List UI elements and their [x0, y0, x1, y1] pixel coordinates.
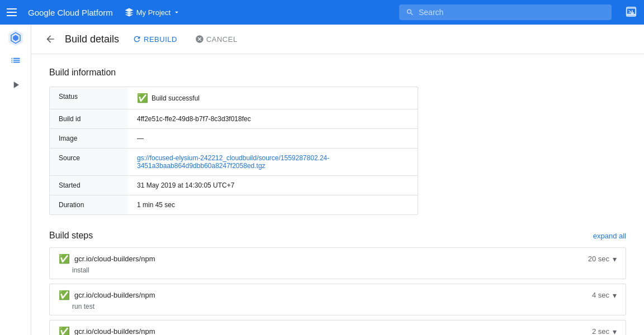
- step-3-chevron-icon: ▾: [613, 327, 617, 336]
- step-1-chevron-icon: ▾: [613, 255, 617, 264]
- terminal-icon[interactable]: [625, 6, 637, 20]
- chevron-down-icon: [173, 8, 181, 16]
- search-bar[interactable]: [399, 4, 612, 20]
- app-title: Google Cloud Platform: [28, 8, 113, 17]
- content-area: Build information Status ✅ Build success…: [31, 54, 644, 335]
- info-row-build-id: Build id 4ff2e51c-ffe2-49d8-b7f7-8c3d3f0…: [50, 109, 418, 129]
- build-step-2: ✅ gcr.io/cloud-builders/npm 4 sec ▾ run …: [49, 284, 626, 315]
- value-duration: 1 min 45 sec: [128, 195, 418, 214]
- step-1-time: 20 sec: [588, 255, 609, 263]
- rebuild-label: REBUILD: [144, 35, 177, 44]
- cancel-label: CANCEL: [206, 35, 238, 44]
- step-3-name: gcr.io/cloud-builders/npm: [74, 327, 155, 335]
- info-row-image: Image —: [50, 129, 418, 149]
- value-source[interactable]: gs://focused-elysium-242212_cloudbuild/s…: [128, 149, 418, 175]
- step-3-success-icon: ✅: [59, 326, 70, 335]
- label-image: Image: [50, 129, 128, 148]
- project-icon: [124, 7, 134, 17]
- value-status: ✅ Build successful: [128, 87, 418, 109]
- info-row-status: Status ✅ Build successful: [50, 87, 418, 109]
- step-1-header[interactable]: ✅ gcr.io/cloud-builders/npm 20 sec ▾: [50, 248, 626, 266]
- step-3-header[interactable]: ✅ gcr.io/cloud-builders/npm 2 sec ▾: [50, 320, 626, 335]
- info-row-duration: Duration 1 min 45 sec: [50, 195, 418, 214]
- info-row-source: Source gs://focused-elysium-242212_cloud…: [50, 149, 418, 176]
- page-title: Build details: [65, 34, 119, 45]
- label-started: Started: [50, 176, 128, 195]
- build-info-title: Build information: [49, 68, 626, 78]
- app-logo: [7, 29, 25, 47]
- build-steps-header: Build steps expand all: [49, 231, 626, 241]
- value-build-id: 4ff2e51c-ffe2-49d8-b7f7-8c3d3f018fec: [128, 109, 418, 128]
- label-source: Source: [50, 149, 128, 175]
- main-content: Build details REBUILD CANCEL Build infor…: [31, 25, 644, 335]
- layout: Build details REBUILD CANCEL Build infor…: [0, 25, 644, 335]
- label-status: Status: [50, 87, 128, 109]
- step-2-success-icon: ✅: [59, 290, 70, 300]
- search-input[interactable]: [419, 8, 605, 17]
- build-step-3: ✅ gcr.io/cloud-builders/npm 2 sec ▾ run …: [49, 320, 626, 335]
- sidebar-item-arrow[interactable]: [4, 74, 27, 96]
- project-name: My Project: [136, 8, 171, 17]
- search-icon: [406, 8, 414, 17]
- rebuild-icon: [132, 35, 141, 44]
- step-2-header[interactable]: ✅ gcr.io/cloud-builders/npm 4 sec ▾: [50, 284, 626, 303]
- expand-all-button[interactable]: expand all: [593, 232, 626, 240]
- build-step-1: ✅ gcr.io/cloud-builders/npm 20 sec ▾ ins…: [49, 247, 626, 279]
- step-2-time: 4 sec: [592, 291, 609, 299]
- sidebar-item-list[interactable]: [4, 49, 27, 71]
- build-info-table: Status ✅ Build successful Build id 4ff2e…: [49, 87, 418, 215]
- top-nav: Google Cloud Platform My Project: [0, 0, 644, 25]
- step-2-chevron-icon: ▾: [613, 291, 617, 300]
- label-duration: Duration: [50, 195, 128, 214]
- rebuild-button[interactable]: REBUILD: [128, 31, 182, 47]
- step-3-time: 2 sec: [592, 327, 609, 335]
- step-1-name: gcr.io/cloud-builders/npm: [74, 255, 155, 263]
- value-image: —: [128, 129, 418, 148]
- value-started: 31 May 2019 at 14:30:05 UTC+7: [128, 176, 418, 195]
- info-row-started: Started 31 May 2019 at 14:30:05 UTC+7: [50, 176, 418, 195]
- build-steps-title: Build steps: [49, 231, 93, 241]
- sub-header: Build details REBUILD CANCEL: [31, 25, 644, 54]
- menu-icon[interactable]: [7, 8, 17, 16]
- sidebar: [0, 25, 31, 335]
- cancel-button[interactable]: CANCEL: [191, 31, 242, 47]
- back-button[interactable]: [45, 34, 56, 45]
- success-check-icon: ✅: [137, 93, 148, 103]
- step-1-success-icon: ✅: [59, 253, 70, 264]
- project-selector[interactable]: My Project: [124, 7, 181, 17]
- status-text: Build successful: [151, 94, 200, 102]
- label-build-id: Build id: [50, 109, 128, 128]
- step-2-name: gcr.io/cloud-builders/npm: [74, 291, 155, 299]
- step-2-sub: run test: [50, 303, 626, 315]
- step-1-sub: install: [50, 266, 626, 279]
- cancel-icon: [195, 35, 204, 44]
